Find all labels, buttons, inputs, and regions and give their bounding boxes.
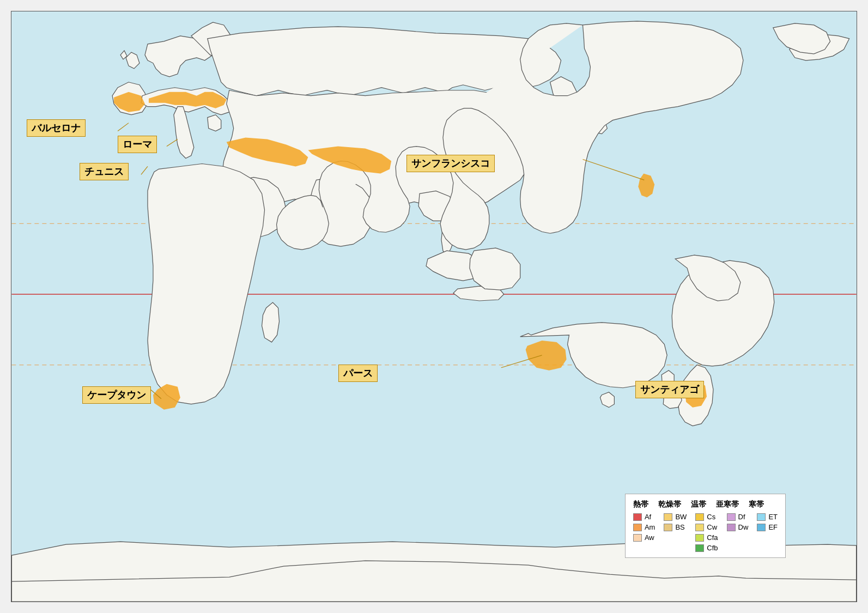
label-capetown: ケープタウン — [82, 386, 151, 404]
legend-ef: EF — [768, 523, 778, 531]
legend-aw: Aw — [645, 533, 654, 542]
legend-col-continental: Df Dw — [727, 513, 749, 552]
legend-col-temperate: Cs Cw Cfa Cfb — [695, 513, 718, 552]
map-container: バルセロナ ローマ チュニス サンフランシスコ ケープタウン パース サンティア… — [11, 11, 857, 602]
legend-bs: BS — [675, 523, 684, 531]
legend-bw: BW — [675, 513, 687, 521]
legend-cfa: Cfa — [707, 533, 718, 542]
legend-title-continental: 亜寒帯 — [716, 500, 739, 509]
legend-title-tropical: 熱帯 — [633, 500, 648, 509]
legend-af: Af — [645, 513, 651, 521]
legend-title-temperate: 温帯 — [691, 500, 706, 509]
legend-et: ET — [768, 513, 778, 521]
legend-title-dry: 乾燥帯 — [658, 500, 681, 509]
legend-col-dry: BW BS — [664, 513, 687, 552]
legend-title-polar: 寒帯 — [749, 500, 764, 509]
label-rome: ローマ — [118, 136, 157, 153]
label-tunis: チュニス — [80, 163, 129, 180]
legend-dw: Dw — [738, 523, 749, 531]
legend-df: Df — [738, 513, 745, 521]
legend-cs: Cs — [707, 513, 715, 521]
legend-col-polar: ET EF — [757, 513, 778, 552]
label-santiago: サンティアゴ — [635, 381, 704, 398]
label-sanfrancisco: サンフランシスコ — [406, 155, 495, 172]
legend: 熱帯 乾燥帯 温帯 亜寒帯 寒帯 Af Am Aw — [625, 494, 786, 558]
legend-am: Am — [645, 523, 655, 531]
legend-cfb: Cfb — [707, 544, 718, 552]
label-barcelona: バルセロナ — [27, 119, 86, 137]
legend-col-tropical: Af Am Aw — [633, 513, 655, 552]
label-perth: パース — [338, 365, 378, 382]
legend-cw: Cw — [707, 523, 717, 531]
